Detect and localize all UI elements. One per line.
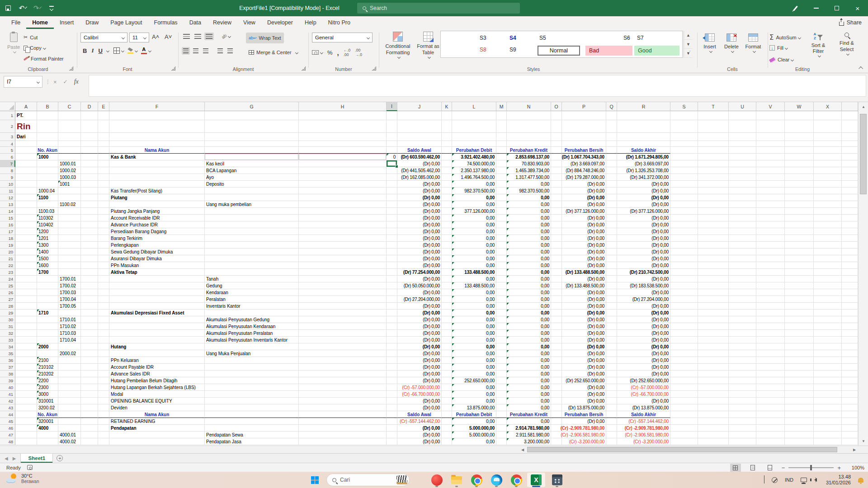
- cell-V15[interactable]: [756, 215, 785, 221]
- cell-R36[interactable]: (Dr) 0,00: [617, 357, 670, 364]
- cell-H5[interactable]: [299, 147, 387, 154]
- cell-P37[interactable]: (Dr) 0,00: [562, 364, 606, 371]
- cell-S1[interactable]: [670, 111, 698, 120]
- cell-R32[interactable]: (Dr) 0,00: [617, 330, 670, 337]
- cell-C16[interactable]: [58, 221, 81, 228]
- cut-button[interactable]: ✂Cut: [24, 34, 38, 40]
- cell-H6[interactable]: [299, 154, 387, 160]
- cell-A30[interactable]: [15, 316, 37, 323]
- cell-G38[interactable]: [205, 371, 299, 377]
- cell-R31[interactable]: (Dr) 0,00: [617, 323, 670, 330]
- cell-L46[interactable]: 5.000.000,00: [452, 425, 496, 432]
- cell-A11[interactable]: [15, 188, 37, 194]
- cell-O38[interactable]: [551, 371, 562, 377]
- cell-G3[interactable]: [205, 133, 299, 141]
- cell-C36[interactable]: [58, 357, 81, 364]
- cell-K48[interactable]: [442, 438, 452, 445]
- cell-K19[interactable]: [442, 242, 452, 249]
- cell-T39[interactable]: [698, 377, 729, 384]
- cell-B22[interactable]: 1600: [37, 262, 58, 269]
- cell-H24[interactable]: [299, 276, 387, 282]
- cell-D37[interactable]: [81, 364, 98, 371]
- cell-D1[interactable]: [81, 111, 98, 120]
- alignment-dialog-launcher[interactable]: [302, 66, 306, 70]
- row-header-34[interactable]: 34: [0, 343, 15, 350]
- cell-C12[interactable]: [58, 194, 81, 201]
- cell-O16[interactable]: [551, 221, 562, 228]
- column-header-I[interactable]: I: [387, 102, 397, 111]
- cell-J43[interactable]: (Dr) 0,00: [397, 404, 442, 411]
- cell-F8[interactable]: [109, 167, 205, 174]
- vertical-scroll-thumb[interactable]: [860, 114, 867, 194]
- cell-Q35[interactable]: [606, 350, 617, 357]
- cell-R12[interactable]: (Dr) 0,00: [617, 194, 670, 201]
- row-header-23[interactable]: 23: [0, 269, 15, 276]
- cell-S21[interactable]: [670, 255, 698, 262]
- cell-B39[interactable]: 2200: [37, 377, 58, 384]
- undo-icon[interactable]: ↶: [19, 5, 26, 12]
- cell-A34[interactable]: [15, 343, 37, 350]
- cell-C31[interactable]: 1710.02: [58, 323, 81, 330]
- cell-R4[interactable]: [617, 141, 670, 147]
- cell-L35[interactable]: 0,00: [452, 350, 496, 357]
- cell-U26[interactable]: [729, 289, 756, 296]
- cell-M29[interactable]: [496, 310, 507, 316]
- cell-C17[interactable]: [58, 228, 81, 235]
- zoom-slider[interactable]: [788, 467, 834, 468]
- cell-R13[interactable]: (Dr) 0,00: [617, 201, 670, 208]
- cell-G22[interactable]: [205, 262, 299, 269]
- ribbon-tab-data[interactable]: Data: [184, 16, 207, 29]
- cell-M46[interactable]: [496, 425, 507, 432]
- cell-C43[interactable]: [58, 404, 81, 411]
- cell-R45[interactable]: (Cr) -557.144.462,00: [617, 418, 670, 425]
- cell-W28[interactable]: [785, 303, 814, 310]
- cell-M45[interactable]: [496, 418, 507, 425]
- cell-W38[interactable]: [785, 371, 814, 377]
- cell-X35[interactable]: [814, 350, 842, 357]
- clear-button[interactable]: Clear: [769, 57, 793, 62]
- cell-I46[interactable]: [387, 425, 397, 432]
- cell-E43[interactable]: [98, 404, 109, 411]
- sheet-tab-sheet1[interactable]: Sheet1: [20, 454, 53, 463]
- number-format-select[interactable]: General: [312, 33, 373, 42]
- decrease-indent-icon[interactable]: [216, 47, 224, 55]
- cell-V22[interactable]: [756, 262, 785, 269]
- cell-S46[interactable]: [670, 425, 698, 432]
- cell-N13[interactable]: 0,00: [507, 201, 551, 208]
- column-header-J[interactable]: J: [397, 102, 442, 111]
- cell-O10[interactable]: [551, 181, 562, 188]
- row-header-1[interactable]: 1: [0, 111, 15, 120]
- cell-F12[interactable]: Piutang: [109, 194, 205, 201]
- cell-X37[interactable]: [814, 364, 842, 371]
- cell-J36[interactable]: (Dr) 0,00: [397, 357, 442, 364]
- cell-S9[interactable]: [670, 174, 698, 181]
- cell-I36[interactable]: [387, 357, 397, 364]
- cell-N3[interactable]: [507, 133, 551, 141]
- cell-S23[interactable]: [670, 269, 698, 276]
- cell-L5[interactable]: Perubahan Debit: [452, 147, 496, 154]
- cell-E14[interactable]: [98, 208, 109, 215]
- cell-W1[interactable]: [785, 111, 814, 120]
- copy-button[interactable]: Copy: [24, 45, 46, 51]
- cell-K33[interactable]: [442, 337, 452, 343]
- cell-D15[interactable]: [81, 215, 98, 221]
- cell-V17[interactable]: [756, 228, 785, 235]
- cell-J16[interactable]: (Dr) 0,00: [397, 221, 442, 228]
- cell-T48[interactable]: [698, 438, 729, 445]
- customize-toolbar-icon[interactable]: [48, 5, 55, 12]
- cell-X31[interactable]: [814, 323, 842, 330]
- cell-W32[interactable]: [785, 330, 814, 337]
- cell-V24[interactable]: [756, 276, 785, 282]
- cell-R5[interactable]: Saldo Akhir: [617, 147, 670, 154]
- cell-G6[interactable]: [205, 154, 299, 160]
- cell-I31[interactable]: [387, 323, 397, 330]
- cell-W13[interactable]: [785, 201, 814, 208]
- cell-M40[interactable]: [496, 384, 507, 391]
- cell-A12[interactable]: [15, 194, 37, 201]
- row-header-3[interactable]: 3: [0, 133, 15, 141]
- cell-A7[interactable]: [15, 160, 37, 167]
- column-header-T[interactable]: T: [698, 102, 729, 111]
- cell-V45[interactable]: [756, 418, 785, 425]
- cell-G32[interactable]: Akumulasi Penyusutan Peralatan: [205, 330, 299, 337]
- cell-L45[interactable]: 0,00: [452, 418, 496, 425]
